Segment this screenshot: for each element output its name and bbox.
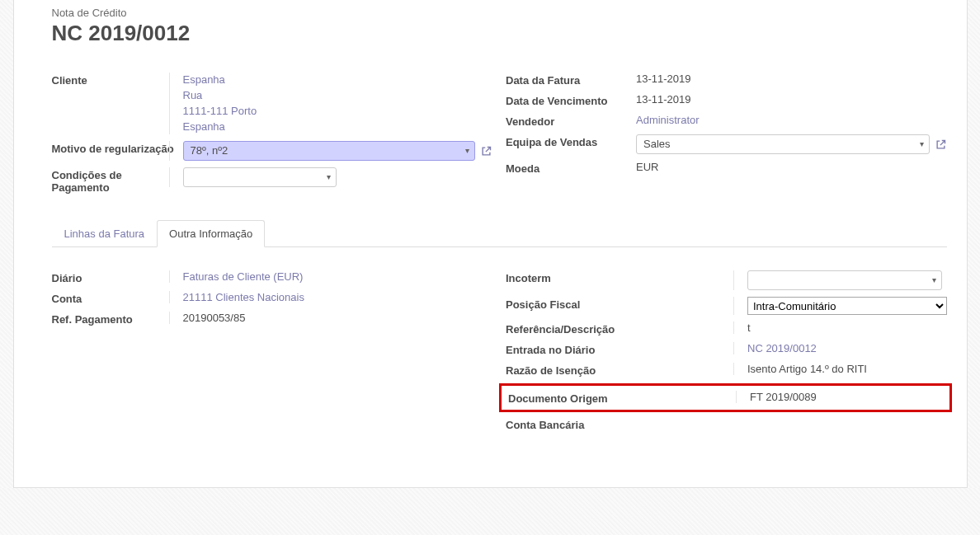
left-column: Cliente Espanha Rua 1111-111 Porto Espan… — [52, 73, 493, 200]
caret-down-icon: ▾ — [465, 142, 469, 160]
moeda-value: EUR — [636, 161, 947, 173]
conta-bancaria-label: Conta Bancária — [506, 417, 747, 431]
motivo-label: Motivo de regularização — [52, 141, 182, 155]
right-column: Data da Fatura 13-11-2019 Data de Vencim… — [506, 73, 947, 200]
equipa-label: Equipa de Vendas — [506, 134, 636, 148]
doc-number: NC 2019/0012 — [52, 21, 947, 46]
cliente-name-link[interactable]: Espanha — [183, 73, 493, 88]
incoterm-select[interactable]: ▾ — [747, 270, 942, 290]
outra-left-column: Diário Faturas de Cliente (EUR) Conta 21… — [52, 270, 493, 438]
condicoes-label: Condições de Pagamento — [52, 167, 182, 194]
tab-linhas[interactable]: Linhas da Fatura — [52, 220, 158, 247]
caret-down-icon: ▾ — [932, 271, 936, 289]
referencia-value: t — [733, 321, 947, 334]
doc-origem-label: Documento Origem — [508, 391, 749, 405]
external-link-icon[interactable] — [935, 138, 947, 151]
vendedor-link[interactable]: Administrator — [636, 114, 947, 126]
equipa-selected: Sales — [643, 138, 671, 150]
data-fatura-value: 13-11-2019 — [636, 73, 947, 85]
caret-down-icon: ▾ — [327, 168, 331, 186]
condicoes-select[interactable]: ▾ — [183, 167, 337, 187]
posicao-select[interactable]: Intra-Comunitário — [747, 297, 947, 315]
ref-label: Ref. Pagamento — [52, 312, 182, 326]
form-header: Nota de Crédito NC 2019/0012 — [14, 0, 967, 59]
tab-content-outra: Diário Faturas de Cliente (EUR) Conta 21… — [14, 247, 967, 487]
motivo-select[interactable]: 78º, nº2 ▾ — [183, 141, 476, 161]
diario-label: Diário — [52, 270, 182, 284]
razao-label: Razão de Isenção — [506, 363, 747, 377]
doc-origem-value: FT 2019/0089 — [736, 391, 945, 403]
cliente-address: Espanha Rua 1111-111 Porto Espanha — [169, 73, 493, 134]
cliente-line3: Espanha — [183, 120, 493, 135]
incoterm-label: Incoterm — [506, 270, 747, 284]
doc-type-label: Nota de Crédito — [52, 7, 947, 19]
entrada-link[interactable]: NC 2019/0012 — [733, 342, 947, 354]
entrada-label: Entrada no Diário — [506, 342, 747, 356]
diario-link[interactable]: Faturas de Cliente (EUR) — [169, 270, 493, 283]
doc-origem-highlight: Documento Origem FT 2019/0089 — [499, 383, 952, 412]
vendedor-label: Vendedor — [506, 114, 636, 128]
posicao-label: Posição Fiscal — [506, 297, 747, 311]
moeda-label: Moeda — [506, 161, 636, 175]
data-venc-value: 13-11-2019 — [636, 93, 947, 106]
conta-label: Conta — [52, 291, 182, 305]
credit-note-form: Nota de Crédito NC 2019/0012 Cliente Esp… — [13, 0, 968, 488]
motivo-selected: 78º, nº2 — [191, 144, 229, 157]
ref-value: 20190053/85 — [169, 312, 493, 324]
main-fields: Cliente Espanha Rua 1111-111 Porto Espan… — [14, 59, 967, 207]
cliente-label: Cliente — [52, 73, 182, 87]
tab-bar: Linhas da Fatura Outra Informação — [52, 220, 947, 247]
data-venc-label: Data de Vencimento — [506, 93, 636, 107]
referencia-label: Referência/Descrição — [506, 321, 747, 336]
cliente-line1: Rua — [183, 88, 493, 104]
external-link-icon[interactable] — [480, 145, 492, 157]
data-fatura-label: Data da Fatura — [506, 73, 636, 87]
conta-link[interactable]: 21111 Clientes Nacionais — [169, 291, 493, 303]
tab-outra[interactable]: Outra Informação — [157, 220, 265, 247]
equipa-select[interactable]: Sales ▾ — [636, 134, 930, 154]
cliente-line2: 1111-111 Porto — [183, 104, 493, 120]
razao-value: Isento Artigo 14.º do RITI — [733, 363, 947, 375]
caret-down-icon: ▾ — [920, 135, 924, 153]
outra-right-column: Incoterm ▾ Posição Fiscal Intra-Comunitá… — [506, 270, 947, 438]
